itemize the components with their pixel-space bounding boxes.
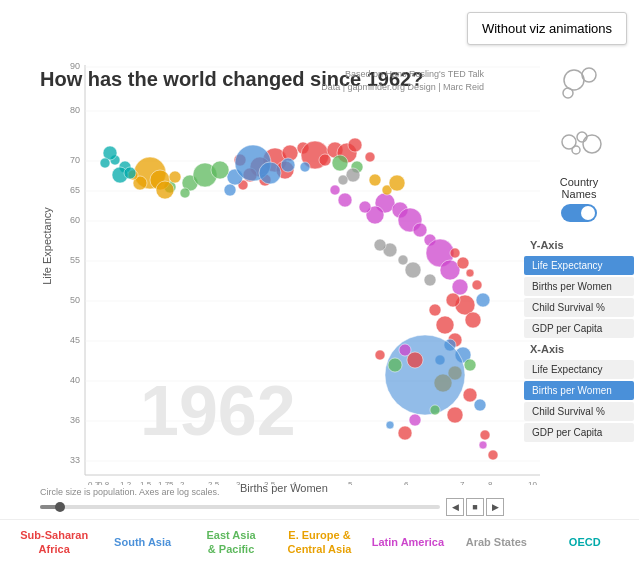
legend-latin-america[interactable]: Latin America: [364, 535, 452, 549]
svg-point-126: [100, 158, 110, 168]
x-axis-label: Births per Women: [240, 482, 328, 494]
svg-point-115: [374, 239, 386, 251]
svg-text:7: 7: [460, 480, 465, 485]
svg-text:36: 36: [70, 415, 80, 425]
svg-point-83: [338, 193, 352, 207]
svg-point-110: [386, 421, 394, 429]
svg-point-112: [405, 262, 421, 278]
country-names-toggle[interactable]: [561, 204, 597, 222]
svg-point-107: [409, 414, 421, 426]
legend-arab-states[interactable]: Arab States: [452, 535, 540, 549]
svg-text:60: 60: [70, 215, 80, 225]
svg-text:2: 2: [180, 480, 185, 485]
legend-sub-saharan[interactable]: Sub-SaharanAfrica: [10, 528, 98, 557]
svg-text:5: 5: [348, 480, 353, 485]
legend-east-asia[interactable]: East Asia& Pacific: [187, 528, 275, 557]
svg-point-135: [582, 68, 596, 82]
svg-point-127: [369, 174, 381, 186]
svg-point-100: [399, 344, 411, 356]
svg-point-85: [330, 185, 340, 195]
svg-point-97: [464, 359, 476, 371]
svg-point-140: [572, 146, 580, 154]
svg-text:55: 55: [70, 255, 80, 265]
svg-point-106: [430, 405, 440, 415]
y-axis-section-label: Y-Axis: [524, 236, 634, 254]
y-axis-life-expectancy-btn[interactable]: Life Expectancy: [524, 256, 634, 275]
next-frame-btn[interactable]: ▶: [486, 498, 504, 516]
x-axis-section-label: X-Axis: [524, 340, 634, 358]
x-axis-gdp-btn[interactable]: GDP per Capita: [524, 423, 634, 442]
timeline-area: ◀ ■ ▶: [40, 495, 504, 519]
svg-text:1962: 1962: [140, 372, 296, 450]
svg-point-131: [338, 175, 348, 185]
svg-text:45: 45: [70, 335, 80, 345]
svg-point-125: [124, 167, 136, 179]
svg-text:0.8: 0.8: [98, 480, 110, 485]
bottom-legend: Sub-SaharanAfrica South Asia East Asia& …: [0, 519, 639, 564]
svg-point-84: [359, 201, 371, 213]
svg-point-105: [447, 407, 463, 423]
y-axis-births-per-women-btn[interactable]: Births per Women: [524, 277, 634, 296]
svg-point-118: [457, 257, 469, 269]
svg-point-133: [479, 441, 487, 449]
y-axis-gdp-btn[interactable]: GDP per Capita: [524, 319, 634, 338]
svg-text:40: 40: [70, 375, 80, 385]
svg-point-102: [375, 350, 385, 360]
svg-point-89: [429, 304, 441, 316]
legend-europe[interactable]: E. Europe &Central Asia: [275, 528, 363, 557]
svg-point-117: [466, 269, 474, 277]
svg-text:8: 8: [488, 480, 493, 485]
svg-point-77: [413, 223, 427, 237]
svg-text:70: 70: [70, 155, 80, 165]
svg-point-54: [319, 154, 331, 166]
legend-oecd[interactable]: OECD: [541, 535, 629, 549]
svg-point-139: [583, 135, 601, 153]
svg-point-103: [463, 388, 477, 402]
prev-frame-btn[interactable]: ◀: [446, 498, 464, 516]
svg-point-98: [385, 335, 465, 415]
svg-text:2.5: 2.5: [208, 480, 220, 485]
svg-point-119: [450, 248, 460, 258]
svg-point-109: [398, 426, 412, 440]
svg-point-73: [169, 171, 181, 183]
svg-text:65: 65: [70, 185, 80, 195]
timeline-slider[interactable]: [40, 505, 440, 509]
svg-point-59: [224, 184, 236, 196]
svg-text:1.2: 1.2: [120, 480, 132, 485]
svg-point-60: [300, 162, 310, 172]
svg-point-57: [259, 162, 281, 184]
svg-point-111: [424, 274, 436, 286]
x-axis-births-per-women-btn[interactable]: Births per Women: [524, 381, 634, 400]
svg-text:6: 6: [404, 480, 409, 485]
svg-point-104: [474, 399, 486, 411]
svg-point-134: [564, 70, 584, 90]
svg-point-58: [281, 158, 295, 172]
svg-text:80: 80: [70, 105, 80, 115]
svg-text:90: 90: [70, 61, 80, 71]
svg-point-66: [332, 155, 348, 171]
svg-point-120: [476, 293, 490, 307]
svg-point-50: [348, 138, 362, 152]
svg-point-88: [446, 293, 460, 307]
x-axis-child-survival-btn[interactable]: Child Survival %: [524, 402, 634, 421]
x-axis-life-expectancy-btn[interactable]: Life Expectancy: [524, 360, 634, 379]
chart-area: 90 80 70 65 60 55 50 45 40 36 33 0.7 0.8…: [40, 55, 540, 485]
circles-icon: [554, 65, 604, 109]
svg-text:1.75: 1.75: [158, 480, 174, 485]
svg-point-101: [388, 358, 402, 372]
legend-south-asia[interactable]: South Asia: [98, 535, 186, 549]
play-pause-btn[interactable]: ■: [466, 498, 484, 516]
play-controls: ◀ ■ ▶: [446, 498, 504, 516]
svg-point-129: [389, 175, 405, 191]
svg-text:50: 50: [70, 295, 80, 305]
country-names-label: CountryNames: [560, 176, 599, 200]
svg-point-116: [472, 280, 482, 290]
right-panel: CountryNames Y-Axis Life Expectancy Birt…: [519, 55, 639, 485]
svg-point-90: [436, 316, 454, 334]
svg-text:1.5: 1.5: [140, 480, 152, 485]
y-axis-child-survival-btn[interactable]: Child Survival %: [524, 298, 634, 317]
svg-point-51: [365, 152, 375, 162]
svg-point-132: [488, 450, 498, 460]
without-viz-btn[interactable]: Without viz animations: [467, 12, 627, 45]
svg-point-65: [180, 188, 190, 198]
